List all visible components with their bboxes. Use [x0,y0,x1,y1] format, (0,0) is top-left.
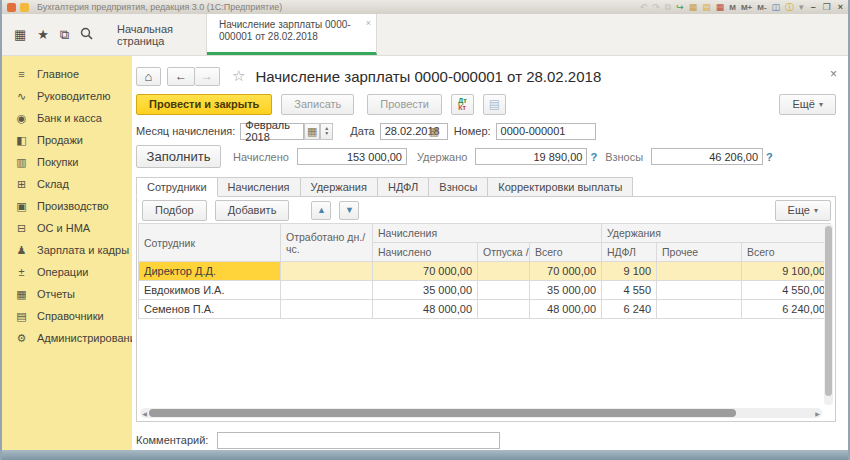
favorites-star-icon[interactable]: ★ [37,28,49,41]
tab-salary-document[interactable]: Начисление зарплаты 0000-000001 от 28.02… [207,14,377,55]
withheld-help-icon[interactable]: ? [590,151,597,163]
cell-other[interactable] [657,281,742,300]
back-button[interactable]: ← [167,67,195,86]
home-button[interactable]: ⌂ [136,67,161,86]
table-row[interactable]: Директор Д.Д. 70 000,00 70 000,00 9 100 … [139,262,831,281]
tab-accruals[interactable]: Начисления [218,177,301,197]
col-employee[interactable]: Сотрудник [139,224,281,262]
comment-input[interactable] [217,432,500,449]
col-other[interactable]: Прочее [657,243,742,262]
forward-button[interactable]: → [195,67,220,86]
month-spinner[interactable]: ▲▼ [320,123,333,140]
info-icon[interactable]: ⓘ [785,3,794,12]
cell-worked[interactable] [281,262,373,281]
cell-accrued[interactable]: 48 000,00 [373,300,478,319]
sidebar-item-administration[interactable]: ⚙Администрирование [2,327,132,349]
more-button-top[interactable]: Ещё▾ [779,94,836,115]
tab-ndfl[interactable]: НДФЛ [378,177,429,197]
memory-m-button[interactable]: M [729,3,736,12]
col-deductions-total[interactable]: Всего [742,243,831,262]
post-button[interactable]: Провести [367,94,442,115]
show-postings-button[interactable]: ДтКт [451,94,474,115]
fill-button[interactable]: Заполнить [136,145,221,168]
sidebar-item-fixed-assets[interactable]: ⊟ОС и НМА [2,217,132,239]
cell-accruals-total[interactable]: 70 000,00 [530,262,602,281]
horizontal-scrollbar-thumb[interactable] [149,409,736,417]
tab-home-page[interactable]: Начальная страница [105,14,207,55]
number-input[interactable]: 0000-000001 [496,123,596,140]
cell-accrued[interactable]: 35 000,00 [373,281,478,300]
col-group-accruals[interactable]: Начисления [373,224,602,243]
col-vacation[interactable]: Отпуска / [478,243,530,262]
sidebar-item-reports[interactable]: ▦Отчеты [2,283,132,305]
sidebar-item-bank-cash[interactable]: ◉Банк и касса [2,107,132,129]
tab-deductions[interactable]: Удержания [301,177,378,197]
sidebar-item-sales[interactable]: ◧Продажи [2,129,132,151]
contributions-help-icon[interactable]: ? [766,151,773,163]
month-input[interactable]: Февраль 2018 [240,123,304,140]
save-button[interactable]: Записать [281,94,354,115]
cell-ndfl[interactable]: 6 240 [602,300,657,319]
move-down-button[interactable]: ▼ [339,201,359,220]
sidebar-item-warehouse[interactable]: ⊞Склад [2,173,132,195]
memory-minus-button[interactable]: M- [757,3,766,12]
print-report-button[interactable]: ▤ [483,94,506,115]
clipboard-icon[interactable]: ⧉ [665,3,671,12]
col-ndfl[interactable]: НДФЛ [602,243,657,262]
tab-contributions[interactable]: Взносы [429,177,488,197]
cell-vacation[interactable] [478,262,530,281]
col-accruals-total[interactable]: Всего [530,243,602,262]
move-up-button[interactable]: ▲ [311,201,331,220]
recent-windows-icon[interactable]: ⧉ [60,28,69,41]
cell-other[interactable] [657,300,742,319]
table-row[interactable]: Семенов П.А. 48 000,00 48 000,00 6 240 6… [139,300,831,319]
calendar-tool-icon[interactable]: ▦ [689,3,698,12]
date-calendar-icon[interactable]: ▦ [429,125,444,138]
search-icon[interactable] [80,27,93,42]
split-panel-icon[interactable]: ◫ [772,3,781,12]
cell-vacation[interactable] [478,300,530,319]
col-worked[interactable]: Отработано дн./чс. [281,224,373,262]
scroll-right-arrow-icon[interactable]: ▶ [813,410,822,417]
cell-accruals-total[interactable]: 48 000,00 [530,300,602,319]
contributions-total-input[interactable]: 46 206,00 [651,148,763,165]
post-and-close-button[interactable]: Провести и закрыть [136,94,272,115]
memory-plus-button[interactable]: M+ [741,3,752,12]
sidebar-item-operations[interactable]: ±Операции [2,261,132,283]
cell-worked[interactable] [281,281,373,300]
restore-button[interactable]: ❐ [823,2,831,12]
info-caret-icon[interactable]: ▾ [799,3,804,12]
cell-employee[interactable]: Евдокимов И.А. [139,281,281,300]
cell-accrued[interactable]: 70 000,00 [373,262,478,281]
sidebar-item-manager[interactable]: ∿Руководителю [2,85,132,107]
minimize-button[interactable]: – [811,2,816,12]
cell-worked[interactable] [281,300,373,319]
open-link-icon[interactable]: ↪ [676,3,684,12]
table-row[interactable]: Евдокимов И.А. 35 000,00 35 000,00 4 550… [139,281,831,300]
menu-grid-icon[interactable]: ▦ [14,28,26,41]
cell-deductions-total[interactable]: 6 240,00 [742,300,831,319]
undo-icon[interactable]: ↶ [640,3,648,12]
sidebar-item-production[interactable]: ▣Производство [2,195,132,217]
favorite-star-icon[interactable]: ☆ [232,67,245,85]
redo-icon[interactable]: ↷ [652,3,660,12]
scroll-left-arrow-icon[interactable]: ◀ [140,410,149,417]
tab-employees[interactable]: Сотрудники [136,177,218,197]
cell-employee[interactable]: Директор Д.Д. [139,262,281,281]
sidebar-item-main[interactable]: ≡Главное [2,63,132,85]
col-group-deductions[interactable]: Удержания [602,224,831,243]
pick-button[interactable]: Подбор [142,200,207,221]
close-button[interactable]: × [838,2,843,12]
col-accrued[interactable]: Начислено [373,243,478,262]
more-button-grid[interactable]: Еще▾ [775,200,831,221]
withheld-total-input[interactable]: 19 890,00 [475,148,587,165]
cell-deductions-total[interactable]: 4 550,00 [742,281,831,300]
month-picker-button[interactable]: ▦ [304,123,320,140]
tab-payment-adjustments[interactable]: Корректировки выплаты [488,177,633,197]
horizontal-scrollbar[interactable]: ◀ ▶ [140,408,822,418]
add-button[interactable]: Добавить [215,200,290,221]
sidebar-item-salary-hr[interactable]: ♟Зарплата и кадры [2,239,132,261]
vertical-scrollbar[interactable] [824,224,833,405]
vertical-scrollbar-thumb[interactable] [825,226,832,396]
cell-ndfl[interactable]: 9 100 [602,262,657,281]
